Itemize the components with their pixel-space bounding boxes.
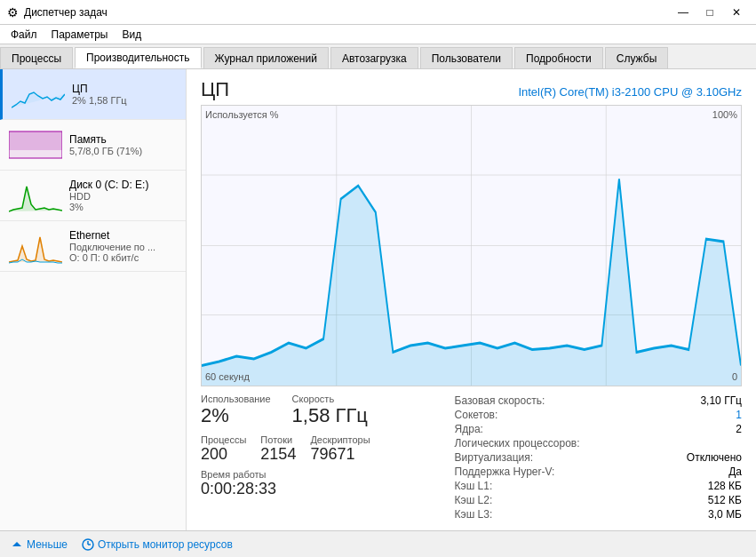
info-key-5: Поддержка Hyper-V: xyxy=(455,465,555,478)
usage-stat: Использование 2% xyxy=(201,394,271,427)
info-row-6: Кэш L1: 128 КБ xyxy=(455,479,742,493)
menu-params[interactable]: Параметры xyxy=(44,27,115,43)
chart-x-right: 0 xyxy=(732,371,737,382)
tab-apphistory[interactable]: Журнал приложений xyxy=(203,47,329,68)
tab-services[interactable]: Службы xyxy=(605,47,668,68)
info-key-0: Базовая скорость: xyxy=(455,394,545,407)
tab-processes[interactable]: Процессы xyxy=(0,47,73,68)
uptime-label: Время работы xyxy=(201,469,441,480)
chevron-up-icon xyxy=(11,538,23,551)
info-key-7: Кэш L2: xyxy=(455,494,493,506)
chart-y-label: Используется % xyxy=(205,109,279,120)
info-table: Базовая скорость: 3,10 ГГц Сокетов: 1 Яд… xyxy=(455,394,742,521)
ethernet-sub1: Подключение по ... xyxy=(69,242,177,252)
chart-x-left: 60 секунд xyxy=(205,371,250,382)
cpu-chart-svg xyxy=(202,106,741,386)
window-controls: — □ ✕ xyxy=(671,4,749,21)
cpu-info: ЦП 2% 1,58 ГГц xyxy=(72,83,177,106)
svg-rect-1 xyxy=(9,131,62,150)
info-val-8: 3,0 МБ xyxy=(708,508,742,521)
uptime-stat: Время работы 0:00:28:33 xyxy=(201,469,441,498)
bottom-bar: Меньше Открыть монитор ресурсов xyxy=(0,530,756,557)
threads-value: 2154 xyxy=(260,445,296,464)
svg-marker-9 xyxy=(12,542,21,546)
info-row-1: Сокетов: 1 xyxy=(455,408,742,422)
app-title: Диспетчер задач xyxy=(24,6,107,19)
usage-label: Использование xyxy=(201,394,271,404)
chart-y-max: 100% xyxy=(712,109,737,120)
uptime-value: 0:00:28:33 xyxy=(201,480,441,498)
less-label: Меньше xyxy=(27,538,68,551)
info-row-4: Виртуализация: Отключено xyxy=(455,450,742,465)
processes-value: 200 xyxy=(201,445,246,464)
info-key-3: Логических процессоров: xyxy=(455,437,580,450)
sidebar-item-disk[interactable]: Диск 0 (C: D: E:) HDD 3% xyxy=(0,171,186,221)
processes-label: Процессы xyxy=(201,434,246,445)
minimize-button[interactable]: — xyxy=(671,4,696,21)
info-row-7: Кэш L2: 512 КБ xyxy=(455,493,742,507)
info-row-0: Базовая скорость: 3,10 ГГц xyxy=(455,394,742,408)
sidebar-item-ethernet[interactable]: Ethernet Подключение по ... О: 0 П: 0 кб… xyxy=(0,221,186,272)
menu-bar: Файл Параметры Вид xyxy=(0,25,756,44)
info-val-6: 128 КБ xyxy=(708,480,742,492)
info-val-2: 2 xyxy=(736,423,742,435)
monitor-label: Открыть монитор ресурсов xyxy=(98,538,233,551)
memory-sub: 5,7/8,0 ГБ (71%) xyxy=(69,146,177,156)
sidebar: ЦП 2% 1,58 ГГц Память 5,7/8,0 ГБ (71%) Д… xyxy=(0,69,187,530)
content-subtitle: Intel(R) Core(TM) i3-2100 CPU @ 3.10GHz xyxy=(518,85,742,99)
info-row-8: Кэш L3: 3,0 МБ xyxy=(455,507,742,521)
cpu-mini-chart xyxy=(12,76,65,112)
sidebar-item-memory[interactable]: Память 5,7/8,0 ГБ (71%) xyxy=(0,120,186,171)
disk-mini-chart xyxy=(9,178,62,213)
menu-view[interactable]: Вид xyxy=(115,27,148,43)
content-header: ЦП Intel(R) Core(TM) i3-2100 CPU @ 3.10G… xyxy=(201,78,742,101)
info-key-1: Сокетов: xyxy=(455,409,498,421)
maximize-button[interactable]: □ xyxy=(697,4,722,21)
descriptors-label: Дескрипторы xyxy=(310,434,370,445)
stats-left: Использование 2% Скорость 1,58 ГГц Проце… xyxy=(201,394,441,521)
ethernet-mini-chart xyxy=(9,228,62,264)
tab-startup[interactable]: Автозагрузка xyxy=(330,47,418,68)
speed-label: Скорость xyxy=(292,394,368,404)
info-key-2: Ядра: xyxy=(455,423,483,435)
info-val-0: 3,10 ГГц xyxy=(700,394,742,407)
tab-users[interactable]: Пользователи xyxy=(420,47,513,68)
cpu-chart: Используется % 100% 60 секунд 0 xyxy=(201,105,742,386)
monitor-link[interactable]: Открыть монитор ресурсов xyxy=(82,538,233,551)
content-title: ЦП xyxy=(201,78,229,101)
disk-sub1: HDD xyxy=(69,191,177,202)
speed-stat: Скорость 1,58 ГГц xyxy=(292,394,368,427)
info-val-5: Да xyxy=(728,465,742,478)
tab-performance[interactable]: Производительность xyxy=(75,47,201,68)
app-icon: ⚙ xyxy=(7,5,19,20)
cpu-title: ЦП xyxy=(72,83,177,95)
cpu-sub: 2% 1,58 ГГц xyxy=(72,95,177,106)
disk-title: Диск 0 (C: D: E:) xyxy=(69,179,177,191)
usage-value: 2% xyxy=(201,404,271,427)
sidebar-item-cpu[interactable]: ЦП 2% 1,58 ГГц xyxy=(0,69,186,120)
ethernet-info: Ethernet Подключение по ... О: 0 П: 0 кб… xyxy=(69,229,177,263)
content-panel: ЦП Intel(R) Core(TM) i3-2100 CPU @ 3.10G… xyxy=(187,69,756,530)
ethernet-sub2: О: 0 П: 0 кбит/с xyxy=(69,252,177,263)
info-row-2: Ядра: 2 xyxy=(455,422,742,436)
info-table-container: Базовая скорость: 3,10 ГГц Сокетов: 1 Яд… xyxy=(455,394,742,521)
title-bar: ⚙ Диспетчер задач — □ ✕ xyxy=(0,0,756,25)
tab-details[interactable]: Подробности xyxy=(514,47,603,68)
less-link[interactable]: Меньше xyxy=(11,538,68,551)
speed-value: 1,58 ГГц xyxy=(292,404,368,427)
descriptors-stat: Дескрипторы 79671 xyxy=(310,434,370,464)
info-row-5: Поддержка Hyper-V: Да xyxy=(455,465,742,479)
descriptors-value: 79671 xyxy=(310,445,370,464)
main-content: ЦП 2% 1,58 ГГц Память 5,7/8,0 ГБ (71%) Д… xyxy=(0,69,756,530)
info-val-4: Отключено xyxy=(687,451,742,464)
monitor-icon xyxy=(82,538,94,551)
memory-info: Память 5,7/8,0 ГБ (71%) xyxy=(69,133,177,156)
info-val-1: 1 xyxy=(736,409,742,421)
info-row-3: Логических процессоров: xyxy=(455,436,742,450)
info-key-8: Кэш L3: xyxy=(455,508,493,521)
info-key-6: Кэш L1: xyxy=(455,480,493,492)
close-button[interactable]: ✕ xyxy=(724,4,749,21)
tab-bar: Процессы Производительность Журнал прило… xyxy=(0,44,756,69)
menu-file[interactable]: Файл xyxy=(4,27,44,43)
threads-label: Потоки xyxy=(260,434,296,445)
